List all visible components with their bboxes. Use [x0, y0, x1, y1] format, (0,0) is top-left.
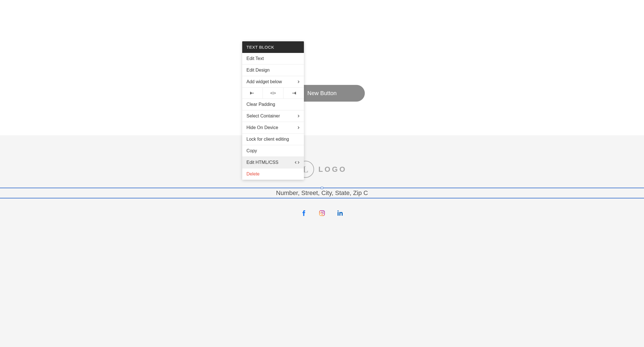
menu-item-label: Edit Design [246, 68, 270, 73]
svg-point-1 [321, 212, 323, 214]
menu-item-delete[interactable]: Delete [242, 168, 304, 180]
linkedin-icon[interactable] [337, 210, 344, 217]
menu-item-label: Lock for client editing [246, 137, 289, 142]
align-center-icon [271, 91, 276, 95]
menu-item-edit-html[interactable]: Edit HTML/CSS [242, 157, 304, 168]
menu-item-add-widget[interactable]: Add widget below [242, 76, 304, 88]
canvas-area: New Button [0, 0, 644, 135]
code-icon [295, 160, 300, 164]
facebook-icon[interactable] [300, 210, 307, 217]
align-left-icon [250, 91, 255, 95]
align-right-icon [291, 91, 296, 95]
menu-item-label: Select Container [246, 113, 280, 119]
align-right-button[interactable] [284, 88, 304, 98]
alignment-row [242, 88, 304, 99]
menu-item-select-container[interactable]: Select Container [242, 110, 304, 122]
instagram-icon[interactable] [319, 210, 325, 217]
context-menu-header: TEXT BLOCK [242, 41, 304, 53]
address-text[interactable]: Number, Street, City, State, Zip C [0, 189, 644, 197]
chevron-right-icon [297, 80, 300, 83]
menu-item-copy[interactable]: Copy [242, 145, 304, 157]
menu-item-label: Copy [246, 148, 257, 153]
menu-item-lock-editing[interactable]: Lock for client editing [242, 134, 304, 145]
svg-point-2 [323, 211, 324, 212]
menu-item-label: Edit HTML/CSS [246, 160, 278, 165]
menu-item-label: Edit Text [246, 56, 264, 61]
logo-text: LOGO [318, 165, 347, 174]
chevron-right-icon [297, 126, 300, 129]
menu-item-edit-text[interactable]: Edit Text [242, 53, 304, 65]
chevron-right-icon [297, 114, 300, 118]
menu-item-edit-design[interactable]: Edit Design [242, 65, 304, 76]
align-left-button[interactable] [242, 88, 263, 98]
menu-item-label: Add widget below [246, 79, 282, 84]
selected-text-block[interactable]: Number, Street, City, State, Zip C [0, 188, 644, 198]
selection-handle[interactable] [321, 187, 323, 189]
align-center-button[interactable] [263, 88, 284, 98]
logo-container: L LOGO [0, 161, 644, 178]
social-icons-row [0, 210, 644, 217]
menu-item-label: Delete [246, 172, 259, 177]
menu-item-label: Clear Padding [246, 102, 275, 107]
menu-item-label: Hide On Device [246, 125, 278, 130]
menu-item-hide-on-device[interactable]: Hide On Device [242, 122, 304, 134]
footer-area: L LOGO Number, Street, City, State, Zip … [0, 135, 644, 347]
context-menu: TEXT BLOCK Edit Text Edit Design Add wid… [242, 41, 304, 180]
menu-item-clear-padding[interactable]: Clear Padding [242, 99, 304, 110]
